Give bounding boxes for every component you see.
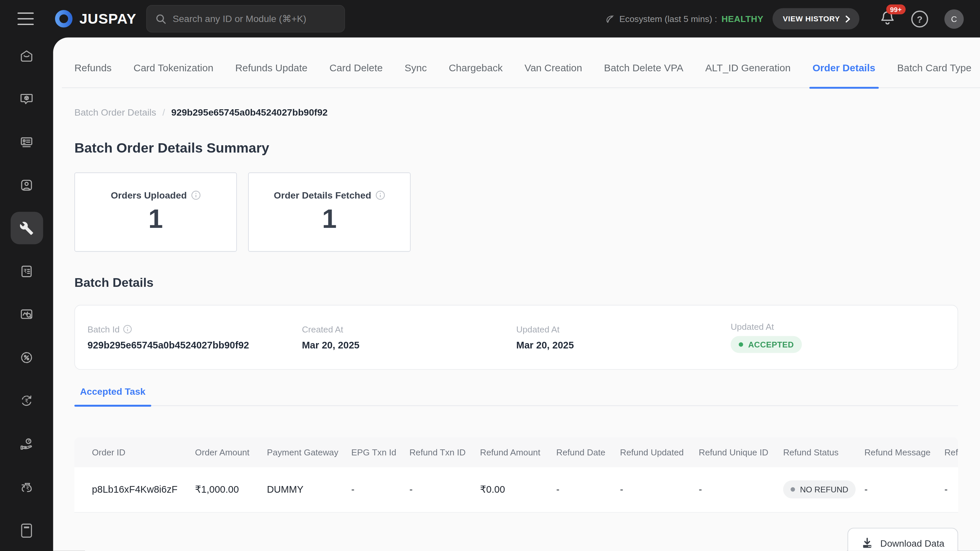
col-refund-unique-id: Refund Unique ID <box>698 437 783 467</box>
svg-text:₹: ₹ <box>25 397 28 404</box>
info-icon[interactable] <box>191 191 200 200</box>
hand-rupee-icon: ₹ <box>19 436 34 451</box>
sidebar-item-settlements[interactable]: ₹ <box>10 470 43 503</box>
sidebar-item-payouts[interactable]: ₹ <box>10 427 43 460</box>
sidebar-item-invoices[interactable]: ₹ <box>10 255 43 287</box>
breadcrumb-current: 929b295e65745a0b4524027bb90f92 <box>171 107 328 118</box>
help-button[interactable]: ? <box>912 10 928 27</box>
cell-refund-date: - <box>556 467 620 512</box>
wrench-icon <box>19 221 33 235</box>
header-right-cluster: Ecosystem (last 5 mins) : HEALTHY VIEW H… <box>605 8 964 29</box>
batch-id-field: Batch Id 929b295e65745a0b4524027bb90f92 <box>88 324 302 351</box>
col-refund-date: Refund Date <box>556 437 620 467</box>
created-at-field: Created At Mar 20, 2025 <box>302 324 516 351</box>
sidebar-item-cards[interactable] <box>10 513 43 546</box>
cell-refund-updated: - <box>620 467 698 512</box>
avatar-initial: C <box>951 14 957 23</box>
help-glyph: ? <box>917 13 922 24</box>
tab-chargeback[interactable]: Chargeback <box>449 63 503 87</box>
svg-text:₹: ₹ <box>28 438 30 443</box>
tab-refunds[interactable]: Refunds <box>74 63 112 87</box>
tab-batch-card-type[interactable]: Batch Card Type <box>897 63 972 87</box>
col-order-id: Order ID <box>74 437 195 467</box>
info-icon[interactable] <box>123 324 132 333</box>
tab-accepted-task[interactable]: Accepted Task <box>80 386 145 405</box>
info-icon[interactable] <box>375 191 385 200</box>
hamburger-menu-icon[interactable] <box>18 13 34 25</box>
no-refund-text: NO REFUND <box>800 485 848 494</box>
ecosystem-status: HEALTHY <box>721 14 763 24</box>
cell-order-id: p8Lb16xF4Kw8i6zF <box>74 467 195 512</box>
sidebar-item-orders[interactable] <box>10 83 43 115</box>
download-data-label: Download Data <box>880 537 944 548</box>
sidebar-item-customers[interactable] <box>10 168 43 201</box>
breadcrumb: Batch Order Details / 929b295e65745a0b45… <box>74 107 980 118</box>
percent-badge-icon <box>19 349 34 365</box>
created-at-value: Mar 20, 2025 <box>302 340 516 351</box>
tab-refunds-update[interactable]: Refunds Update <box>235 63 308 87</box>
col-epg-txn-id: EPG Txn Id <box>352 437 409 467</box>
report-card-icon <box>19 134 34 149</box>
download-icon <box>862 537 873 549</box>
col-order-amount: Order Amount <box>195 437 267 467</box>
sidebar-item-refunds[interactable]: ₹ <box>10 384 43 417</box>
sidebar-item-reports[interactable] <box>10 125 43 158</box>
orders-uploaded-card: Orders Uploaded 1 <box>74 173 237 252</box>
summary-cards: Orders Uploaded 1 Order Details Fetched <box>74 173 980 252</box>
card-icon <box>19 522 34 538</box>
batch-details-card: Batch Id 929b295e65745a0b4524027bb90f92 … <box>74 305 958 370</box>
cell-refund-status: NO REFUND <box>783 467 864 512</box>
cell-refund-unique-id: - <box>698 467 783 512</box>
batch-id-value: 929b295e65745a0b4524027bb90f92 <box>88 340 302 351</box>
status-badge-text: ACCEPTED <box>748 340 794 349</box>
tab-order-details[interactable]: Order Details <box>813 63 875 87</box>
sidebar-item-tools[interactable] <box>10 212 43 245</box>
cell-epg-txn-id: - <box>352 467 409 512</box>
view-history-button[interactable]: VIEW HISTORY <box>772 8 860 29</box>
order-details-fetched-value: 1 <box>322 204 337 234</box>
no-refund-badge: NO REFUND <box>783 480 856 499</box>
updated-at-field: Updated At Mar 20, 2025 <box>516 324 731 351</box>
tab-card-delete[interactable]: Card Delete <box>329 63 383 87</box>
person-card-icon <box>19 177 34 193</box>
download-data-button[interactable]: Download Data <box>848 528 958 551</box>
cell-ref-truncated: - <box>944 467 958 512</box>
order-details-fetched-card: Order Details Fetched 1 <box>248 173 410 252</box>
cell-refund-txn-id: - <box>409 467 480 512</box>
col-refund-updated: Refund Updated <box>620 437 698 467</box>
rupee-invoice-icon: ₹ <box>19 263 34 279</box>
batch-id-label: Batch Id <box>88 324 120 334</box>
tab-sync[interactable]: Sync <box>405 63 427 87</box>
table-row[interactable]: p8Lb16xF4Kw8i6zF ₹1,000.00 DUMMY - - ₹0.… <box>74 467 958 512</box>
cell-order-amount: ₹1,000.00 <box>195 467 267 512</box>
updated-at-label: Updated At <box>516 324 560 334</box>
user-avatar[interactable]: C <box>944 9 964 28</box>
sidebar-item-home[interactable] <box>10 39 43 72</box>
notifications-button[interactable]: 99+ <box>879 9 896 28</box>
search-placeholder: Search any ID or Module (⌘+K) <box>173 13 306 24</box>
search-input[interactable]: Search any ID or Module (⌘+K) <box>146 5 345 33</box>
col-ref-truncated: Ref <box>944 437 958 467</box>
status-badge: ACCEPTED <box>731 336 802 353</box>
juspay-logo-icon <box>54 10 73 28</box>
sidebar-item-analytics[interactable] <box>10 298 43 330</box>
logo-text: JUSPAY <box>80 10 136 27</box>
cell-payment-gateway: DUMMY <box>267 467 352 512</box>
breadcrumb-parent[interactable]: Batch Order Details <box>74 107 156 118</box>
col-payment-gateway: Payment Gateway <box>267 437 352 467</box>
col-refund-message: Refund Message <box>864 437 944 467</box>
col-refund-status: Refund Status <box>783 437 864 467</box>
tab-van-creation[interactable]: Van Creation <box>525 63 582 87</box>
rupee-refresh-icon: ₹ <box>19 392 34 408</box>
tab-card-tokenization[interactable]: Card Tokenization <box>133 63 213 87</box>
accepted-task-table: Order ID Order Amount Payment Gateway EP… <box>74 437 958 513</box>
sidebar-item-offers[interactable] <box>10 341 43 374</box>
ecosystem-label: Ecosystem (last 5 mins) : <box>619 14 717 24</box>
order-details-fetched-label: Order Details Fetched <box>274 190 371 200</box>
tab-batch-delete-vpa[interactable]: Batch Delete VPA <box>604 63 683 87</box>
tab-alt-id-generation[interactable]: ALT_ID Generation <box>705 63 791 87</box>
money-bag-icon: ₹ <box>19 479 34 494</box>
orders-uploaded-value: 1 <box>148 204 163 234</box>
chevron-right-icon <box>845 15 851 23</box>
col-refund-amount: Refund Amount <box>480 437 556 467</box>
